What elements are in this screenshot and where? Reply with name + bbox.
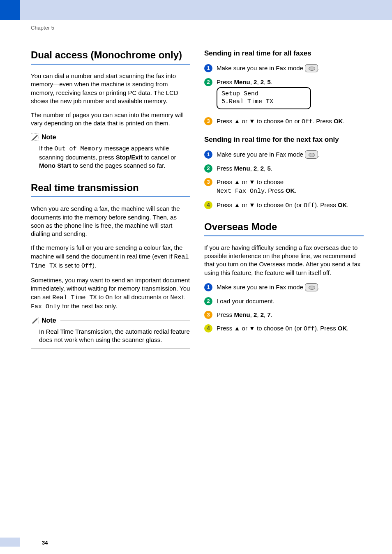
overseas-step-2: 2 Load your document. bbox=[204, 297, 364, 305]
off-code: Off bbox=[304, 202, 315, 209]
realtime-p3: Sometimes, you may want to send an impor… bbox=[31, 276, 190, 311]
realtime-heading: Real time transmission bbox=[31, 182, 190, 194]
nextfax-step-1: 1 Make sure you are in Fax mode . bbox=[204, 150, 364, 159]
rt-p2c: ). bbox=[92, 262, 96, 269]
af-s2b2: , bbox=[257, 78, 260, 85]
nf-s4c: . bbox=[347, 201, 348, 208]
menu-key: Menu bbox=[234, 78, 250, 85]
heading-rule bbox=[31, 196, 190, 197]
key-5: 5 bbox=[267, 165, 270, 172]
menu-key: Menu bbox=[234, 311, 250, 318]
key-2b: 2 bbox=[261, 311, 264, 318]
note-icon bbox=[31, 134, 39, 141]
step-text: Make sure you are in Fax mode . bbox=[217, 283, 364, 292]
step-badge-4: 4 bbox=[204, 324, 212, 332]
step-badge-2: 2 bbox=[204, 78, 212, 86]
up-arrow-icon: ▲ bbox=[234, 118, 240, 125]
nf-s3c: . Press bbox=[265, 187, 286, 194]
down-arrow-icon: ▼ bbox=[249, 325, 255, 332]
step-text: Press ▲ or ▼ to choose Next Fax Only. Pr… bbox=[217, 178, 364, 196]
af-s3d: . bbox=[343, 118, 344, 125]
af-s3c: . Press bbox=[313, 118, 334, 125]
nf-paren-or: (or bbox=[293, 201, 304, 208]
nf-s1b: . bbox=[318, 151, 320, 158]
lcd-line-2: 5.Real Time TX bbox=[221, 98, 306, 106]
rt-p3-code2: On bbox=[105, 294, 113, 301]
down-arrow-icon: ▼ bbox=[249, 118, 255, 125]
on-code: On bbox=[285, 325, 293, 332]
ov-s3b1: , bbox=[250, 311, 254, 318]
key-2b: 2 bbox=[261, 165, 264, 172]
af-or2: or bbox=[293, 118, 302, 125]
realtime-p1: When you are sending a fax, the machine … bbox=[31, 205, 190, 238]
nextfax-step-2: 2 Press Menu, 2, 2, 5. bbox=[204, 164, 364, 173]
overseas-heading: Overseas Mode bbox=[204, 221, 364, 233]
content-area: Chapter 5 Dual access (Monochrome only) … bbox=[31, 25, 364, 356]
step-badge-1: 1 bbox=[204, 150, 212, 159]
note-icon bbox=[31, 317, 39, 324]
ov-s1a: Make sure you are in Fax mode bbox=[217, 284, 305, 291]
key-5: 5 bbox=[267, 78, 270, 85]
rt-p2a: If the memory is full or you are sending… bbox=[31, 244, 182, 259]
nf-s4a: Press bbox=[217, 201, 234, 208]
up-arrow-icon: ▲ bbox=[234, 178, 240, 185]
note-body-2: In Real Time Transmission, the automatic… bbox=[31, 325, 190, 349]
note-label: Note bbox=[42, 134, 56, 141]
nf-s2b1: , bbox=[250, 165, 254, 172]
ov-s1b: . bbox=[318, 284, 320, 291]
step-badge-3: 3 bbox=[204, 117, 212, 125]
af-s1a: Make sure you are in Fax mode bbox=[217, 65, 305, 72]
left-column: Dual access (Monochrome only) You can di… bbox=[31, 49, 190, 356]
ov-s4a: Press bbox=[217, 325, 234, 332]
step-badge-2: 2 bbox=[204, 164, 212, 173]
fax-mode-icon bbox=[305, 283, 318, 291]
down-arrow-icon: ▼ bbox=[249, 201, 255, 208]
heading-rule bbox=[31, 64, 190, 65]
allfaxes-step-2: 2 Press Menu, 2, 2, 5. Setup Send 5.Real… bbox=[204, 78, 364, 112]
top-corner-accent bbox=[0, 0, 20, 20]
step-text: Press ▲ or ▼ to choose On or Off. Press … bbox=[217, 117, 364, 126]
chapter-label: Chapter 5 bbox=[31, 25, 364, 31]
up-arrow-icon: ▲ bbox=[234, 201, 240, 208]
note-bold-monostart: Mono Start bbox=[39, 162, 71, 169]
menu-key: Menu bbox=[234, 165, 250, 172]
af-s2a: Press bbox=[217, 78, 234, 85]
overseas-step-1: 1 Make sure you are in Fax mode . bbox=[204, 283, 364, 292]
realtime-p2: If the memory is full or you are sending… bbox=[31, 244, 190, 270]
nextfax-heading: Sending in real time for the next fax on… bbox=[204, 135, 364, 144]
note-rule bbox=[60, 137, 190, 137]
nf-s2b2: , bbox=[257, 165, 260, 172]
dual-access-p1: You can dial a number and start scanning… bbox=[31, 72, 190, 105]
ov-paren-close: ). Press bbox=[315, 325, 338, 332]
step-badge-4: 4 bbox=[204, 201, 212, 209]
ov-paren-or: (or bbox=[293, 325, 304, 332]
lcd-display: Setup Send 5.Real Time TX bbox=[217, 87, 311, 109]
rt-p2b: is set to bbox=[57, 262, 81, 269]
key-2b: 2 bbox=[261, 78, 264, 85]
ok-key: OK bbox=[338, 325, 347, 332]
note-header: Note bbox=[31, 134, 190, 141]
note-header-2: Note bbox=[31, 317, 190, 324]
key-7: 7 bbox=[267, 311, 270, 318]
ov-s3c: . bbox=[271, 311, 272, 318]
af-s2c: . bbox=[271, 78, 272, 85]
note-rule bbox=[60, 321, 190, 321]
ov-s4c: . bbox=[347, 325, 348, 332]
rt-p3c: for all documents or bbox=[113, 293, 170, 300]
nf-or: or bbox=[240, 178, 249, 185]
step-text: Make sure you are in Fax mode . bbox=[217, 64, 364, 73]
page-number: 34 bbox=[42, 540, 48, 546]
nf-s3b: to choose bbox=[255, 178, 284, 185]
ov-or: or bbox=[240, 325, 249, 332]
step-badge-1: 1 bbox=[204, 283, 212, 291]
up-arrow-icon: ▲ bbox=[234, 325, 240, 332]
top-header-band bbox=[0, 0, 392, 20]
dual-access-heading: Dual access (Monochrome only) bbox=[31, 49, 190, 61]
on-code: On bbox=[285, 202, 293, 209]
step-text: Press Menu, 2, 2, 7. bbox=[217, 310, 364, 319]
ov-s3a: Press bbox=[217, 311, 234, 318]
overseas-step-4: 4 Press ▲ or ▼ to choose On (or Off). Pr… bbox=[204, 324, 364, 333]
overseas-p1: If you are having difficulty sending a f… bbox=[204, 244, 364, 277]
ov-s3b2: , bbox=[257, 311, 260, 318]
dual-access-p2: The number of pages you can scan into th… bbox=[31, 111, 190, 128]
